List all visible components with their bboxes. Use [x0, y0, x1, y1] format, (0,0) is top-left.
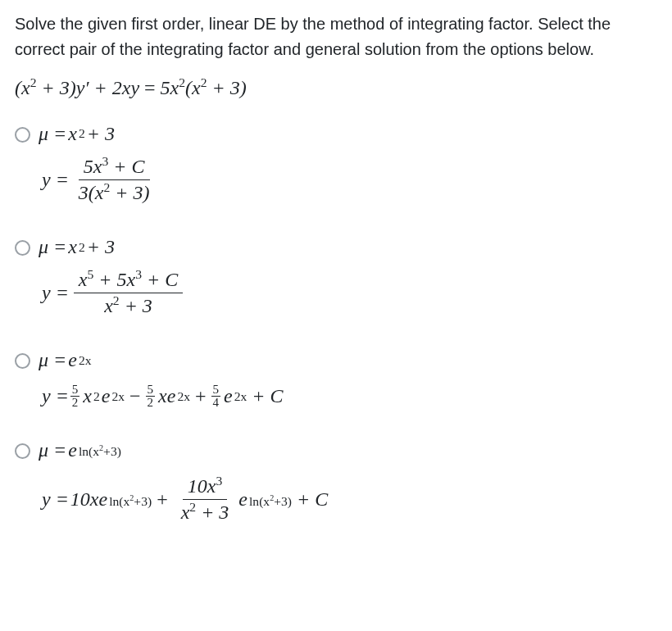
radio-icon[interactable] — [15, 353, 30, 369]
option-1-mu: μ = x2 + 3 — [39, 122, 158, 146]
option-2[interactable]: μ = x2 + 3 y = x5 + 5x3 + C x2 + 3 — [15, 235, 657, 319]
equation: (x2 + 3)y′ + 2xy = 5x2(x2 + 3) — [15, 77, 657, 99]
option-2-y: y = x5 + 5x3 + C x2 + 3 — [39, 267, 186, 319]
question-text: Solve the given first order, linear DE b… — [15, 11, 657, 62]
option-3-y: y = 52 x2e2x − 52 xe2x + 54 e2x + C — [39, 384, 287, 409]
small-fraction: 54 — [211, 384, 221, 409]
option-2-body: μ = x2 + 3 y = x5 + 5x3 + C x2 + 3 — [39, 235, 186, 319]
small-fraction: 52 — [70, 384, 80, 409]
option-4-y: y = 10xeln(x2+3) + 10x3 x2 + 3 eln(x2+3)… — [39, 474, 331, 525]
fraction: 5x3 + C 3(x2 + 3) — [74, 154, 155, 206]
small-fraction: 52 — [146, 384, 156, 409]
radio-icon[interactable] — [15, 443, 30, 459]
fraction: 10x3 x2 + 3 — [176, 474, 234, 525]
option-4-body: μ = eln(x2+3) y = 10xeln(x2+3) + 10x3 x2… — [39, 438, 331, 525]
radio-icon[interactable] — [15, 240, 30, 256]
option-2-mu: μ = x2 + 3 — [39, 235, 186, 259]
radio-icon[interactable] — [15, 127, 30, 143]
option-3-mu: μ = e2x — [39, 348, 287, 372]
option-3[interactable]: μ = e2x y = 52 x2e2x − 52 xe2x + 54 e2x … — [15, 348, 657, 409]
options-group: μ = x2 + 3 y = 5x3 + C 3(x2 + 3) μ = x2 … — [15, 122, 657, 525]
option-3-body: μ = e2x y = 52 x2e2x − 52 xe2x + 54 e2x … — [39, 348, 287, 409]
option-1-y: y = 5x3 + C 3(x2 + 3) — [39, 154, 158, 206]
question-line-2: correct pair of the integrating factor a… — [15, 40, 594, 58]
question-line-1: Solve the given first order, linear DE b… — [15, 15, 611, 33]
option-1-body: μ = x2 + 3 y = 5x3 + C 3(x2 + 3) — [39, 122, 158, 206]
fraction: x5 + 5x3 + C x2 + 3 — [74, 267, 183, 319]
option-1[interactable]: μ = x2 + 3 y = 5x3 + C 3(x2 + 3) — [15, 122, 657, 206]
option-4-mu: μ = eln(x2+3) — [39, 438, 331, 462]
option-4[interactable]: μ = eln(x2+3) y = 10xeln(x2+3) + 10x3 x2… — [15, 438, 657, 525]
